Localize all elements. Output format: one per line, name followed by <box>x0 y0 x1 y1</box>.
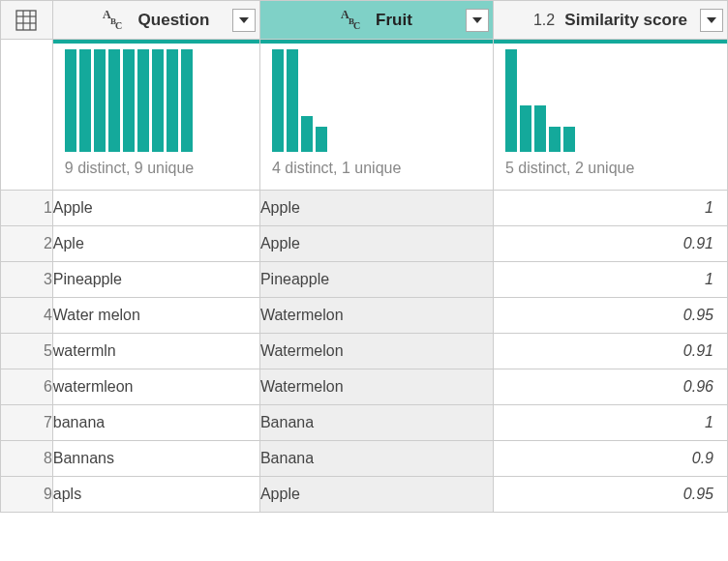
histogram-bar <box>520 105 531 152</box>
column-filter-dropdown[interactable] <box>466 9 489 32</box>
cell[interactable]: apls <box>52 477 259 513</box>
cell[interactable]: Water melon <box>52 298 259 334</box>
histogram-bar <box>167 49 178 152</box>
row-number[interactable]: 2 <box>1 226 53 262</box>
cell[interactable]: 0.91 <box>493 226 727 262</box>
cell[interactable]: Banana <box>259 405 493 441</box>
data-table: A B C Question A B C Fruit <box>0 0 728 513</box>
table-row[interactable]: 4Water melonWatermelon0.95 <box>1 298 728 334</box>
profile-blank <box>1 40 53 191</box>
cell[interactable]: Watermelon <box>259 334 493 369</box>
row-number[interactable]: 5 <box>1 334 53 369</box>
histogram-bar <box>272 49 284 152</box>
histogram-bar <box>549 127 561 153</box>
cell[interactable]: Apple <box>259 226 493 262</box>
table-row[interactable]: 1AppleApple1 <box>1 191 728 226</box>
row-number[interactable]: 8 <box>1 441 53 477</box>
cell[interactable]: Pineapple <box>52 262 259 298</box>
histogram-bar <box>79 49 91 152</box>
cell[interactable]: 0.95 <box>493 477 727 513</box>
histogram-bar <box>152 49 164 152</box>
cell[interactable]: Watermelon <box>259 298 493 334</box>
column-header-label: Question <box>138 11 210 30</box>
profile-row: 9 distinct, 9 unique 4 distinct, 1 uniqu… <box>1 40 728 191</box>
cell[interactable]: 0.96 <box>493 369 727 405</box>
cell[interactable]: Pineapple <box>259 262 493 298</box>
svg-text:C: C <box>115 20 122 30</box>
column-filter-dropdown[interactable] <box>232 9 256 32</box>
column-header-question[interactable]: A B C Question <box>52 1 259 40</box>
column-header-similarity-score[interactable]: 1.2 Similarity score <box>493 1 727 40</box>
type-decimal-icon: 1.2 <box>533 12 555 29</box>
histogram-bar <box>108 49 120 152</box>
histogram-bar <box>301 116 313 152</box>
table-row[interactable]: 5watermlnWatermelon0.91 <box>1 334 728 369</box>
svg-rect-0 <box>16 11 36 30</box>
cell[interactable]: watermln <box>52 334 259 369</box>
type-text-icon: A B C <box>341 7 366 33</box>
table-row[interactable]: 8BannansBanana0.9 <box>1 441 728 477</box>
table-row[interactable]: 3PineapplePineapple1 <box>1 262 728 298</box>
histogram-bar <box>181 49 193 152</box>
cell[interactable]: Watermelon <box>259 369 493 405</box>
histogram-bar <box>123 49 135 152</box>
profile-summary: 5 distinct, 2 unique <box>494 152 727 183</box>
histogram-bar <box>287 49 298 152</box>
cell[interactable]: Apple <box>259 477 493 513</box>
profile-summary: 4 distinct, 1 unique <box>260 152 493 183</box>
table-icon <box>1 10 52 31</box>
cell[interactable]: Apple <box>52 191 259 226</box>
header-row: A B C Question A B C Fruit <box>1 1 728 40</box>
histogram[interactable] <box>494 44 727 152</box>
row-number[interactable]: 3 <box>1 262 53 298</box>
table-row[interactable]: 7bananaBanana1 <box>1 405 728 441</box>
histogram-bar <box>137 49 149 152</box>
profile-summary: 9 distinct, 9 unique <box>53 152 259 183</box>
column-header-label: Similarity score <box>564 11 687 30</box>
table-row[interactable]: 9aplsApple0.95 <box>1 477 728 513</box>
select-all-corner[interactable] <box>1 1 53 40</box>
cell[interactable]: Banana <box>259 441 493 477</box>
cell[interactable]: Aple <box>52 226 259 262</box>
chevron-down-icon <box>707 17 716 23</box>
histogram[interactable] <box>260 44 493 152</box>
chevron-down-icon <box>239 17 249 23</box>
column-filter-dropdown[interactable] <box>700 9 723 32</box>
cell[interactable]: 0.91 <box>493 334 727 369</box>
row-number[interactable]: 7 <box>1 405 53 441</box>
row-number[interactable]: 1 <box>1 191 53 226</box>
histogram-bar <box>563 127 575 153</box>
column-profile-question: 9 distinct, 9 unique <box>52 40 259 191</box>
cell[interactable]: 0.9 <box>493 441 727 477</box>
cell[interactable]: watermleon <box>52 369 259 405</box>
cell[interactable]: 1 <box>493 191 727 226</box>
histogram[interactable] <box>53 44 259 152</box>
cell[interactable]: Apple <box>259 191 493 226</box>
type-text-icon: A B C <box>103 7 128 33</box>
cell[interactable]: banana <box>52 405 259 441</box>
histogram-bar <box>316 127 327 153</box>
column-profile-fruit: 4 distinct, 1 unique <box>259 40 493 191</box>
row-number[interactable]: 4 <box>1 298 53 334</box>
column-profile-similarity-score: 5 distinct, 2 unique <box>493 40 727 191</box>
histogram-bar <box>65 49 76 152</box>
cell[interactable]: Bannans <box>52 441 259 477</box>
row-number[interactable]: 6 <box>1 369 53 405</box>
histogram-bar <box>94 49 106 152</box>
column-header-fruit[interactable]: A B C Fruit <box>259 1 493 40</box>
table-row[interactable]: 6watermleonWatermelon0.96 <box>1 369 728 405</box>
histogram-bar <box>505 49 517 152</box>
chevron-down-icon <box>472 17 482 23</box>
svg-text:C: C <box>353 20 360 30</box>
histogram-bar <box>534 105 546 152</box>
cell[interactable]: 1 <box>493 262 727 298</box>
table-row[interactable]: 2ApleApple0.91 <box>1 226 728 262</box>
cell[interactable]: 0.95 <box>493 298 727 334</box>
cell[interactable]: 1 <box>493 405 727 441</box>
column-header-label: Fruit <box>376 11 412 30</box>
row-number[interactable]: 9 <box>1 477 53 513</box>
